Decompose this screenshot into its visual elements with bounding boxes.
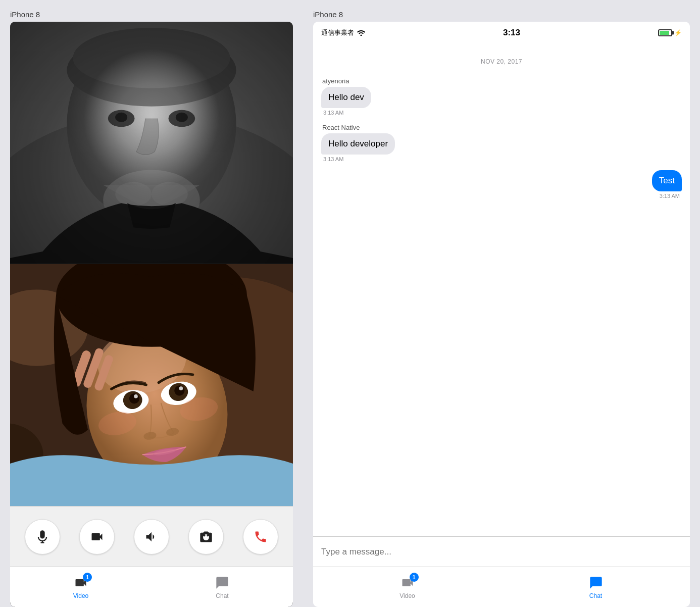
svg-point-4 [169, 110, 195, 127]
right-tab-chat-label: Chat [589, 592, 602, 599]
right-tab-video-icon-wrap: 1 [398, 575, 417, 591]
svg-point-9 [152, 182, 188, 206]
message-bubble-1: Hello dev [321, 87, 371, 108]
status-left-group: 通信事業者 [321, 28, 365, 37]
left-tab-video-label: Video [73, 592, 88, 599]
status-bar: 通信事業者 3:13 ⚡ [313, 22, 690, 44]
right-tab-chat[interactable]: Chat [587, 575, 605, 599]
message-sender-1: atyenoria [321, 77, 682, 85]
svg-rect-0 [10, 22, 293, 264]
message-input-bar [313, 536, 690, 567]
bolt-icon: ⚡ [674, 29, 682, 36]
message-sender-2: React Native [321, 124, 682, 131]
battery-fill [660, 31, 669, 35]
video-top-panel [10, 22, 293, 264]
carrier-text: 通信事業者 [321, 28, 354, 37]
svg-point-2 [67, 28, 236, 221]
message-group-2: React Native Hello developer 3:13 AM [321, 124, 682, 162]
battery-icon [658, 29, 672, 36]
right-tab-chat-icon-wrap [587, 575, 605, 591]
end-call-button[interactable] [243, 519, 278, 554]
right-tab-video[interactable]: 1 Video [398, 575, 417, 599]
video-cam-button[interactable] [79, 519, 115, 554]
speaker-button[interactable] [134, 519, 169, 554]
left-tab-video[interactable]: 1 Video [72, 575, 90, 599]
right-phone-label: iPhone 8 [313, 10, 690, 19]
left-phone-label: iPhone 8 [10, 10, 293, 19]
message-bubble-3: Test [652, 170, 682, 191]
message-time-2: 3:13 AM [321, 156, 343, 162]
video-bottom-panel [10, 264, 293, 506]
svg-point-5 [115, 113, 127, 122]
message-time-1: 3:13 AM [321, 110, 343, 116]
right-tab-video-label: Video [399, 592, 415, 599]
right-tab-bar: 1 Video Chat [313, 567, 690, 607]
left-tab-chat[interactable]: Chat [213, 575, 231, 599]
svg-point-1 [10, 113, 293, 264]
right-chat-tab-icon [589, 576, 603, 590]
right-video-tab-badge: 1 [410, 573, 419, 582]
svg-point-8 [115, 182, 152, 206]
right-phone-container: iPhone 8 通信事業者 3:13 ⚡ NOV [303, 0, 700, 607]
message-text-3: Test [659, 176, 675, 185]
mic-button[interactable] [25, 519, 60, 554]
call-controls-bar [10, 506, 293, 567]
left-tab-chat-label: Chat [216, 592, 228, 599]
left-phone-screen: 1 Video Chat [10, 22, 293, 607]
svg-point-36 [361, 35, 362, 36]
svg-point-3 [108, 110, 135, 127]
svg-point-11 [73, 28, 230, 88]
svg-point-6 [176, 113, 188, 122]
message-group-3: Test 3:13 AM [321, 170, 682, 199]
message-text-2: Hello developer [328, 139, 388, 148]
left-tab-bar: 1 Video Chat [10, 567, 293, 607]
svg-point-7 [103, 170, 200, 230]
left-phone-container: iPhone 8 [0, 0, 303, 607]
bubble-wrap-3: Test 3:13 AM [652, 170, 682, 199]
date-divider: NOV 20, 2017 [321, 58, 682, 65]
message-input[interactable] [321, 547, 682, 557]
message-time-3: 3:13 AM [660, 193, 682, 199]
left-tab-chat-icon-wrap [213, 575, 231, 591]
message-text-1: Hello dev [328, 92, 364, 102]
man-video-feed [10, 22, 293, 264]
message-group-1: atyenoria Hello dev 3:13 AM [321, 77, 682, 116]
status-time: 3:13 [503, 28, 520, 38]
left-video-tab-badge: 1 [83, 573, 92, 582]
status-right-group: ⚡ [658, 29, 682, 36]
wifi-icon [357, 30, 365, 36]
chat-messages-area: NOV 20, 2017 atyenoria Hello dev 3:13 AM… [313, 44, 690, 536]
bubble-wrap-2: Hello developer 3:13 AM [321, 133, 682, 162]
bubble-wrap-1: Hello dev 3:13 AM [321, 87, 682, 116]
left-tab-video-icon-wrap: 1 [72, 575, 90, 591]
message-bubble-2: Hello developer [321, 133, 395, 155]
switch-camera-button[interactable] [188, 519, 224, 554]
right-phone-screen: 通信事業者 3:13 ⚡ NOV 20, 2017 atyeno [313, 22, 690, 607]
svg-point-10 [67, 34, 236, 107]
